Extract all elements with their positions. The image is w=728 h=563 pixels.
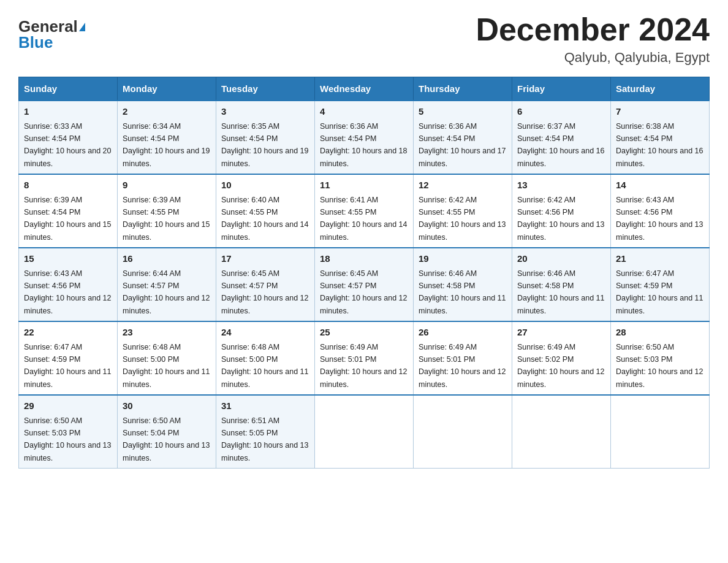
day-number: 1 [24, 105, 112, 119]
day-info: Sunrise: 6:46 AMSunset: 4:58 PMDaylight:… [419, 269, 506, 315]
day-cell: 13 Sunrise: 6:42 AMSunset: 4:56 PMDaylig… [512, 174, 611, 248]
day-info: Sunrise: 6:45 AMSunset: 4:57 PMDaylight:… [320, 269, 407, 315]
day-cell: 28 Sunrise: 6:50 AMSunset: 5:03 PMDaylig… [611, 321, 710, 395]
day-cell [512, 395, 611, 469]
day-info: Sunrise: 6:35 AMSunset: 4:54 PMDaylight:… [221, 122, 308, 168]
month-title: December 2024 [476, 12, 710, 47]
header-cell-sunday: Sunday [19, 77, 118, 101]
day-number: 12 [419, 178, 507, 193]
logo-blue-text: Blue [18, 34, 53, 50]
day-number: 2 [123, 105, 211, 119]
day-cell: 6 Sunrise: 6:37 AMSunset: 4:54 PMDayligh… [512, 101, 611, 174]
day-number: 30 [123, 399, 211, 413]
header-cell-monday: Monday [118, 77, 216, 101]
day-info: Sunrise: 6:49 AMSunset: 5:01 PMDaylight:… [320, 343, 407, 389]
day-number: 8 [24, 178, 112, 193]
day-number: 9 [123, 178, 211, 193]
day-info: Sunrise: 6:41 AMSunset: 4:55 PMDaylight:… [320, 196, 407, 242]
day-cell [414, 395, 512, 469]
day-info: Sunrise: 6:51 AMSunset: 5:05 PMDaylight:… [221, 416, 308, 462]
day-number: 20 [517, 252, 605, 266]
day-cell: 5 Sunrise: 6:36 AMSunset: 4:54 PMDayligh… [414, 101, 512, 174]
calendar-header: SundayMondayTuesdayWednesdayThursdayFrid… [19, 77, 710, 101]
day-info: Sunrise: 6:50 AMSunset: 5:03 PMDaylight:… [616, 343, 703, 389]
day-info: Sunrise: 6:43 AMSunset: 4:56 PMDaylight:… [616, 196, 703, 242]
day-cell: 22 Sunrise: 6:47 AMSunset: 4:59 PMDaylig… [19, 321, 118, 395]
day-number: 7 [616, 105, 704, 119]
day-number: 10 [221, 178, 309, 193]
day-info: Sunrise: 6:50 AMSunset: 5:03 PMDaylight:… [24, 416, 111, 462]
day-cell: 18 Sunrise: 6:45 AMSunset: 4:57 PMDaylig… [315, 248, 414, 321]
header-cell-wednesday: Wednesday [315, 77, 414, 101]
header-cell-friday: Friday [512, 77, 611, 101]
day-number: 4 [320, 105, 408, 119]
day-number: 19 [419, 252, 507, 266]
day-info: Sunrise: 6:48 AMSunset: 5:00 PMDaylight:… [123, 343, 210, 389]
day-cell [611, 395, 710, 469]
day-info: Sunrise: 6:36 AMSunset: 4:54 PMDaylight:… [320, 122, 407, 168]
day-info: Sunrise: 6:44 AMSunset: 4:57 PMDaylight:… [123, 269, 210, 315]
day-cell: 9 Sunrise: 6:39 AMSunset: 4:55 PMDayligh… [118, 174, 216, 248]
logo: General Blue [18, 12, 85, 50]
day-cell: 29 Sunrise: 6:50 AMSunset: 5:03 PMDaylig… [19, 395, 118, 469]
day-info: Sunrise: 6:39 AMSunset: 4:54 PMDaylight:… [24, 196, 111, 242]
day-cell: 11 Sunrise: 6:41 AMSunset: 4:55 PMDaylig… [315, 174, 414, 248]
day-number: 5 [419, 105, 507, 119]
day-cell: 15 Sunrise: 6:43 AMSunset: 4:56 PMDaylig… [19, 248, 118, 321]
day-info: Sunrise: 6:46 AMSunset: 4:58 PMDaylight:… [517, 269, 604, 315]
day-number: 6 [517, 105, 605, 119]
logo-top: General [18, 18, 85, 34]
day-cell: 23 Sunrise: 6:48 AMSunset: 5:00 PMDaylig… [118, 321, 216, 395]
day-cell: 25 Sunrise: 6:49 AMSunset: 5:01 PMDaylig… [315, 321, 414, 395]
day-info: Sunrise: 6:33 AMSunset: 4:54 PMDaylight:… [24, 122, 111, 168]
day-number: 23 [123, 326, 211, 340]
day-info: Sunrise: 6:40 AMSunset: 4:55 PMDaylight:… [221, 196, 308, 242]
title-area: December 2024 Qalyub, Qalyubia, Egypt [476, 12, 710, 66]
week-row-5: 29 Sunrise: 6:50 AMSunset: 5:03 PMDaylig… [19, 395, 710, 469]
day-info: Sunrise: 6:42 AMSunset: 4:55 PMDaylight:… [419, 196, 506, 242]
day-number: 26 [419, 326, 507, 340]
logo-triangle-icon [79, 23, 85, 31]
day-cell: 3 Sunrise: 6:35 AMSunset: 4:54 PMDayligh… [216, 101, 315, 174]
week-row-2: 8 Sunrise: 6:39 AMSunset: 4:54 PMDayligh… [19, 174, 710, 248]
day-number: 25 [320, 326, 408, 340]
day-number: 14 [616, 178, 704, 193]
day-info: Sunrise: 6:47 AMSunset: 4:59 PMDaylight:… [24, 343, 111, 389]
day-cell: 12 Sunrise: 6:42 AMSunset: 4:55 PMDaylig… [414, 174, 512, 248]
day-info: Sunrise: 6:48 AMSunset: 5:00 PMDaylight:… [221, 343, 308, 389]
day-cell: 7 Sunrise: 6:38 AMSunset: 4:54 PMDayligh… [611, 101, 710, 174]
week-row-3: 15 Sunrise: 6:43 AMSunset: 4:56 PMDaylig… [19, 248, 710, 321]
location-title: Qalyub, Qalyubia, Egypt [476, 50, 710, 66]
day-cell: 16 Sunrise: 6:44 AMSunset: 4:57 PMDaylig… [118, 248, 216, 321]
day-cell: 14 Sunrise: 6:43 AMSunset: 4:56 PMDaylig… [611, 174, 710, 248]
header: General Blue December 2024 Qalyub, Qalyu… [18, 12, 710, 66]
day-info: Sunrise: 6:39 AMSunset: 4:55 PMDaylight:… [123, 196, 210, 242]
day-info: Sunrise: 6:38 AMSunset: 4:54 PMDaylight:… [616, 122, 703, 168]
day-number: 15 [24, 252, 112, 266]
day-info: Sunrise: 6:42 AMSunset: 4:56 PMDaylight:… [517, 196, 604, 242]
day-cell: 8 Sunrise: 6:39 AMSunset: 4:54 PMDayligh… [19, 174, 118, 248]
day-cell: 31 Sunrise: 6:51 AMSunset: 5:05 PMDaylig… [216, 395, 315, 469]
day-cell: 4 Sunrise: 6:36 AMSunset: 4:54 PMDayligh… [315, 101, 414, 174]
day-cell: 26 Sunrise: 6:49 AMSunset: 5:01 PMDaylig… [414, 321, 512, 395]
day-cell: 21 Sunrise: 6:47 AMSunset: 4:59 PMDaylig… [611, 248, 710, 321]
day-info: Sunrise: 6:47 AMSunset: 4:59 PMDaylight:… [616, 269, 703, 315]
day-info: Sunrise: 6:49 AMSunset: 5:01 PMDaylight:… [419, 343, 506, 389]
day-number: 3 [221, 105, 309, 119]
day-info: Sunrise: 6:34 AMSunset: 4:54 PMDaylight:… [123, 122, 210, 168]
day-number: 29 [24, 399, 112, 413]
day-cell: 10 Sunrise: 6:40 AMSunset: 4:55 PMDaylig… [216, 174, 315, 248]
day-cell: 27 Sunrise: 6:49 AMSunset: 5:02 PMDaylig… [512, 321, 611, 395]
day-cell: 30 Sunrise: 6:50 AMSunset: 5:04 PMDaylig… [118, 395, 216, 469]
header-cell-tuesday: Tuesday [216, 77, 315, 101]
day-number: 13 [517, 178, 605, 193]
day-cell: 19 Sunrise: 6:46 AMSunset: 4:58 PMDaylig… [414, 248, 512, 321]
day-info: Sunrise: 6:43 AMSunset: 4:56 PMDaylight:… [24, 269, 111, 315]
day-number: 27 [517, 326, 605, 340]
day-number: 28 [616, 326, 704, 340]
day-number: 22 [24, 326, 112, 340]
week-row-4: 22 Sunrise: 6:47 AMSunset: 4:59 PMDaylig… [19, 321, 710, 395]
day-info: Sunrise: 6:45 AMSunset: 4:57 PMDaylight:… [221, 269, 308, 315]
day-info: Sunrise: 6:49 AMSunset: 5:02 PMDaylight:… [517, 343, 604, 389]
day-number: 16 [123, 252, 211, 266]
